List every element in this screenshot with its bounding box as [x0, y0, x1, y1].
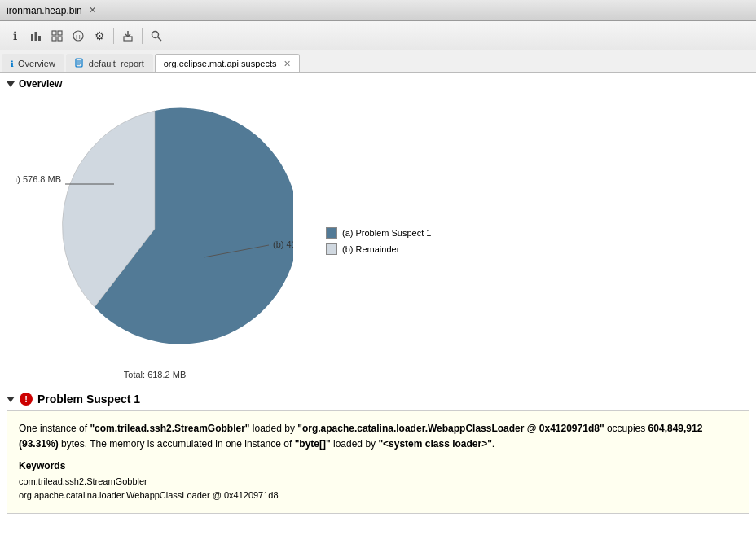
bar-chart-button[interactable]: [26, 26, 46, 46]
problem-header-label: Problem Suspect 1: [37, 393, 140, 406]
export-button[interactable]: [118, 26, 138, 46]
overview-tab-icon: ℹ: [11, 59, 14, 68]
svg-rect-1: [35, 32, 37, 41]
pie-chart: (a) 576.8 MB (b) 41.4 MB: [16, 103, 293, 363]
title-bar-close[interactable]: ✕: [89, 5, 96, 15]
overview-collapse-icon: [7, 81, 15, 87]
svg-rect-3: [52, 31, 56, 35]
pie-wrapper: (a) 576.8 MB (b) 41.4 MB Total: 618.2 MB: [16, 103, 293, 379]
legend-item-b: (b) Remainder: [326, 243, 431, 255]
overview-tab-label: Overview: [18, 59, 55, 68]
problem-collapse-icon: [7, 397, 15, 402]
chart-container: (a) 576.8 MB (b) 41.4 MB Total: 618.2 MB…: [0, 94, 756, 388]
toolbar-separator-1: [113, 28, 114, 44]
class-name: "com.trilead.ssh2.StreamGobbler": [90, 423, 249, 434]
legend-label-a: (a) Problem Suspect 1: [342, 228, 431, 238]
loader-name: "org.apache.catalina.loader.WebappClassL…: [297, 423, 604, 434]
grid-button[interactable]: [47, 26, 67, 46]
title-bar-text: ironman.heap.bin: [7, 5, 82, 16]
default-report-tab[interactable]: default_report: [66, 54, 153, 72]
overview-tab[interactable]: ℹ Overview: [2, 54, 64, 72]
svg-rect-4: [58, 31, 62, 35]
overview-section-label: Overview: [19, 78, 62, 90]
suspects-tab-close[interactable]: ✕: [284, 59, 291, 69]
info-button[interactable]: ℹ: [5, 26, 24, 46]
svg-rect-6: [58, 37, 62, 41]
settings-button[interactable]: ⚙: [90, 26, 109, 46]
info-box: One instance of "com.trilead.ssh2.Stream…: [7, 410, 749, 514]
svg-rect-5: [52, 37, 56, 41]
keyword-0: com.trilead.ssh2.StreamGobbler: [19, 475, 737, 489]
suspects-tab[interactable]: org.eclipse.mat.api:suspects ✕: [155, 54, 300, 72]
default-report-tab-label: default_report: [89, 59, 144, 68]
legend-item-a: (a) Problem Suspect 1: [326, 227, 431, 239]
segment-a-label: (a) 576.8 MB: [16, 174, 61, 184]
toolbar-separator-2: [142, 28, 143, 44]
svg-rect-2: [38, 36, 41, 41]
problem-icon: !: [20, 393, 33, 406]
legend-color-a: [326, 227, 337, 239]
svg-line-12: [158, 37, 162, 41]
svg-point-11: [152, 31, 159, 37]
legend-color-b: [326, 243, 337, 255]
overview-section-header[interactable]: Overview: [0, 73, 756, 94]
pie-total: Total: 618.2 MB: [124, 370, 186, 379]
svg-rect-0: [31, 34, 33, 41]
keyword-1: org.apache.catalina.loader.WebappClassLo…: [19, 489, 737, 503]
segment-b-label: (b) 41.4 MB: [273, 239, 293, 249]
keywords-label: Keywords: [19, 458, 737, 474]
tab-bar: ℹ Overview default_report org.eclipse.ma…: [0, 50, 756, 73]
toolbar: ℹ H ⚙: [0, 21, 756, 50]
loader2-name: "<system class loader>": [378, 438, 491, 450]
problem-section: ! Problem Suspect 1 One instance of "com…: [0, 388, 756, 522]
svg-text:H: H: [76, 33, 81, 41]
legend-label-b: (b) Remainder: [342, 244, 399, 254]
title-bar: ironman.heap.bin ✕: [0, 0, 756, 21]
suspects-tab-label: org.eclipse.mat.api:suspects: [164, 59, 277, 68]
problem-description: One instance of "com.trilead.ssh2.Stream…: [19, 421, 737, 452]
chart-legend: (a) Problem Suspect 1 (b) Remainder: [326, 227, 431, 255]
problem-header: ! Problem Suspect 1: [7, 388, 749, 410]
search-button[interactable]: [147, 26, 166, 46]
heap-button[interactable]: H: [68, 26, 88, 46]
default-report-tab-icon: [75, 58, 85, 69]
content-area: Overview (a) 576.8 MB (b): [0, 73, 756, 557]
type-name: "byte[]": [295, 438, 331, 450]
